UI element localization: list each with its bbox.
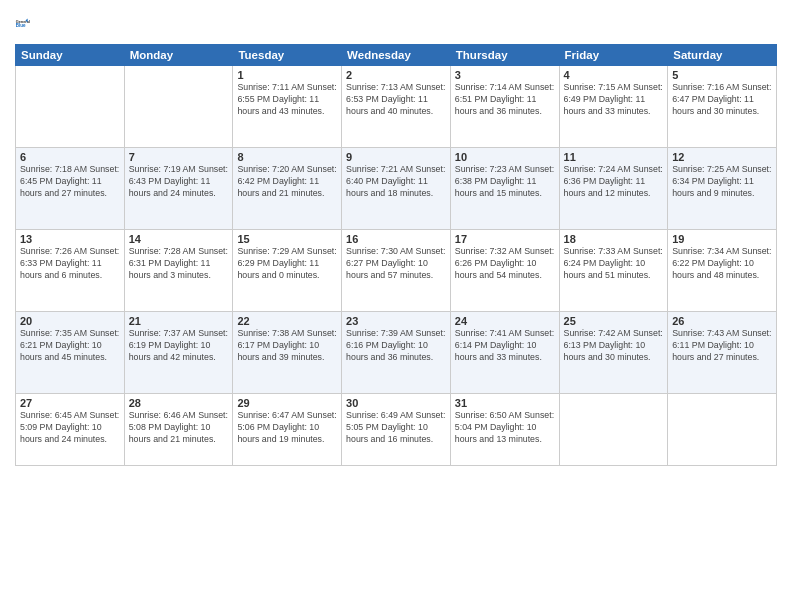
calendar-cell: 27Sunrise: 6:45 AM Sunset: 5:09 PM Dayli… (16, 394, 125, 466)
calendar-cell (124, 66, 233, 148)
day-info: Sunrise: 7:29 AM Sunset: 6:29 PM Dayligh… (237, 246, 337, 282)
calendar-cell: 10Sunrise: 7:23 AM Sunset: 6:38 PM Dayli… (450, 148, 559, 230)
day-info: Sunrise: 7:26 AM Sunset: 6:33 PM Dayligh… (20, 246, 120, 282)
calendar-cell: 6Sunrise: 7:18 AM Sunset: 6:45 PM Daylig… (16, 148, 125, 230)
calendar-cell: 28Sunrise: 6:46 AM Sunset: 5:08 PM Dayli… (124, 394, 233, 466)
day-number: 5 (672, 69, 772, 81)
calendar-cell (16, 66, 125, 148)
calendar-cell: 5Sunrise: 7:16 AM Sunset: 6:47 PM Daylig… (668, 66, 777, 148)
day-info: Sunrise: 7:39 AM Sunset: 6:16 PM Dayligh… (346, 328, 446, 364)
day-info: Sunrise: 7:21 AM Sunset: 6:40 PM Dayligh… (346, 164, 446, 200)
calendar-cell: 29Sunrise: 6:47 AM Sunset: 5:06 PM Dayli… (233, 394, 342, 466)
day-info: Sunrise: 6:46 AM Sunset: 5:08 PM Dayligh… (129, 410, 229, 446)
logo-icon: General Blue (15, 10, 43, 38)
day-number: 12 (672, 151, 772, 163)
calendar-week-row: 13Sunrise: 7:26 AM Sunset: 6:33 PM Dayli… (16, 230, 777, 312)
svg-text:Blue: Blue (16, 24, 26, 29)
calendar-week-row: 20Sunrise: 7:35 AM Sunset: 6:21 PM Dayli… (16, 312, 777, 394)
day-info: Sunrise: 7:24 AM Sunset: 6:36 PM Dayligh… (564, 164, 664, 200)
day-info: Sunrise: 7:23 AM Sunset: 6:38 PM Dayligh… (455, 164, 555, 200)
day-info: Sunrise: 7:37 AM Sunset: 6:19 PM Dayligh… (129, 328, 229, 364)
calendar-cell: 21Sunrise: 7:37 AM Sunset: 6:19 PM Dayli… (124, 312, 233, 394)
col-header-sunday: Sunday (16, 45, 125, 66)
calendar-cell: 12Sunrise: 7:25 AM Sunset: 6:34 PM Dayli… (668, 148, 777, 230)
calendar-cell: 15Sunrise: 7:29 AM Sunset: 6:29 PM Dayli… (233, 230, 342, 312)
day-number: 29 (237, 397, 337, 409)
calendar-table: SundayMondayTuesdayWednesdayThursdayFrid… (15, 44, 777, 466)
day-number: 15 (237, 233, 337, 245)
day-number: 22 (237, 315, 337, 327)
calendar-cell: 9Sunrise: 7:21 AM Sunset: 6:40 PM Daylig… (342, 148, 451, 230)
day-number: 18 (564, 233, 664, 245)
day-info: Sunrise: 7:20 AM Sunset: 6:42 PM Dayligh… (237, 164, 337, 200)
calendar-cell (559, 394, 668, 466)
calendar-cell: 7Sunrise: 7:19 AM Sunset: 6:43 PM Daylig… (124, 148, 233, 230)
day-info: Sunrise: 6:45 AM Sunset: 5:09 PM Dayligh… (20, 410, 120, 446)
day-info: Sunrise: 7:25 AM Sunset: 6:34 PM Dayligh… (672, 164, 772, 200)
day-info: Sunrise: 7:35 AM Sunset: 6:21 PM Dayligh… (20, 328, 120, 364)
calendar-week-row: 27Sunrise: 6:45 AM Sunset: 5:09 PM Dayli… (16, 394, 777, 466)
calendar-cell: 18Sunrise: 7:33 AM Sunset: 6:24 PM Dayli… (559, 230, 668, 312)
day-number: 14 (129, 233, 229, 245)
day-number: 2 (346, 69, 446, 81)
day-info: Sunrise: 7:13 AM Sunset: 6:53 PM Dayligh… (346, 82, 446, 118)
day-info: Sunrise: 7:41 AM Sunset: 6:14 PM Dayligh… (455, 328, 555, 364)
calendar-cell: 31Sunrise: 6:50 AM Sunset: 5:04 PM Dayli… (450, 394, 559, 466)
day-number: 27 (20, 397, 120, 409)
page-header: General Blue (15, 10, 777, 38)
day-number: 11 (564, 151, 664, 163)
day-info: Sunrise: 6:47 AM Sunset: 5:06 PM Dayligh… (237, 410, 337, 446)
day-number: 26 (672, 315, 772, 327)
day-number: 28 (129, 397, 229, 409)
day-number: 13 (20, 233, 120, 245)
day-info: Sunrise: 7:16 AM Sunset: 6:47 PM Dayligh… (672, 82, 772, 118)
calendar-cell: 3Sunrise: 7:14 AM Sunset: 6:51 PM Daylig… (450, 66, 559, 148)
calendar-cell: 19Sunrise: 7:34 AM Sunset: 6:22 PM Dayli… (668, 230, 777, 312)
day-info: Sunrise: 7:11 AM Sunset: 6:55 PM Dayligh… (237, 82, 337, 118)
calendar-cell (668, 394, 777, 466)
day-number: 7 (129, 151, 229, 163)
day-number: 8 (237, 151, 337, 163)
day-info: Sunrise: 7:32 AM Sunset: 6:26 PM Dayligh… (455, 246, 555, 282)
day-number: 17 (455, 233, 555, 245)
calendar-cell: 4Sunrise: 7:15 AM Sunset: 6:49 PM Daylig… (559, 66, 668, 148)
day-info: Sunrise: 7:19 AM Sunset: 6:43 PM Dayligh… (129, 164, 229, 200)
day-number: 24 (455, 315, 555, 327)
calendar-cell: 14Sunrise: 7:28 AM Sunset: 6:31 PM Dayli… (124, 230, 233, 312)
day-info: Sunrise: 7:15 AM Sunset: 6:49 PM Dayligh… (564, 82, 664, 118)
col-header-thursday: Thursday (450, 45, 559, 66)
day-number: 6 (20, 151, 120, 163)
calendar-cell: 13Sunrise: 7:26 AM Sunset: 6:33 PM Dayli… (16, 230, 125, 312)
calendar-week-row: 1Sunrise: 7:11 AM Sunset: 6:55 PM Daylig… (16, 66, 777, 148)
col-header-wednesday: Wednesday (342, 45, 451, 66)
calendar-cell: 16Sunrise: 7:30 AM Sunset: 6:27 PM Dayli… (342, 230, 451, 312)
day-info: Sunrise: 7:38 AM Sunset: 6:17 PM Dayligh… (237, 328, 337, 364)
day-number: 3 (455, 69, 555, 81)
day-number: 30 (346, 397, 446, 409)
col-header-monday: Monday (124, 45, 233, 66)
day-info: Sunrise: 6:49 AM Sunset: 5:05 PM Dayligh… (346, 410, 446, 446)
day-info: Sunrise: 7:42 AM Sunset: 6:13 PM Dayligh… (564, 328, 664, 364)
day-number: 19 (672, 233, 772, 245)
day-info: Sunrise: 7:34 AM Sunset: 6:22 PM Dayligh… (672, 246, 772, 282)
day-number: 1 (237, 69, 337, 81)
day-number: 21 (129, 315, 229, 327)
calendar-cell: 30Sunrise: 6:49 AM Sunset: 5:05 PM Dayli… (342, 394, 451, 466)
day-info: Sunrise: 7:33 AM Sunset: 6:24 PM Dayligh… (564, 246, 664, 282)
logo: General Blue (15, 10, 43, 38)
day-number: 16 (346, 233, 446, 245)
col-header-tuesday: Tuesday (233, 45, 342, 66)
day-number: 10 (455, 151, 555, 163)
calendar-cell: 25Sunrise: 7:42 AM Sunset: 6:13 PM Dayli… (559, 312, 668, 394)
col-header-friday: Friday (559, 45, 668, 66)
calendar-cell: 26Sunrise: 7:43 AM Sunset: 6:11 PM Dayli… (668, 312, 777, 394)
day-info: Sunrise: 7:43 AM Sunset: 6:11 PM Dayligh… (672, 328, 772, 364)
day-info: Sunrise: 7:30 AM Sunset: 6:27 PM Dayligh… (346, 246, 446, 282)
day-info: Sunrise: 6:50 AM Sunset: 5:04 PM Dayligh… (455, 410, 555, 446)
calendar-cell: 23Sunrise: 7:39 AM Sunset: 6:16 PM Dayli… (342, 312, 451, 394)
calendar-cell: 24Sunrise: 7:41 AM Sunset: 6:14 PM Dayli… (450, 312, 559, 394)
calendar-cell: 1Sunrise: 7:11 AM Sunset: 6:55 PM Daylig… (233, 66, 342, 148)
day-info: Sunrise: 7:18 AM Sunset: 6:45 PM Dayligh… (20, 164, 120, 200)
col-header-saturday: Saturday (668, 45, 777, 66)
calendar-cell: 17Sunrise: 7:32 AM Sunset: 6:26 PM Dayli… (450, 230, 559, 312)
